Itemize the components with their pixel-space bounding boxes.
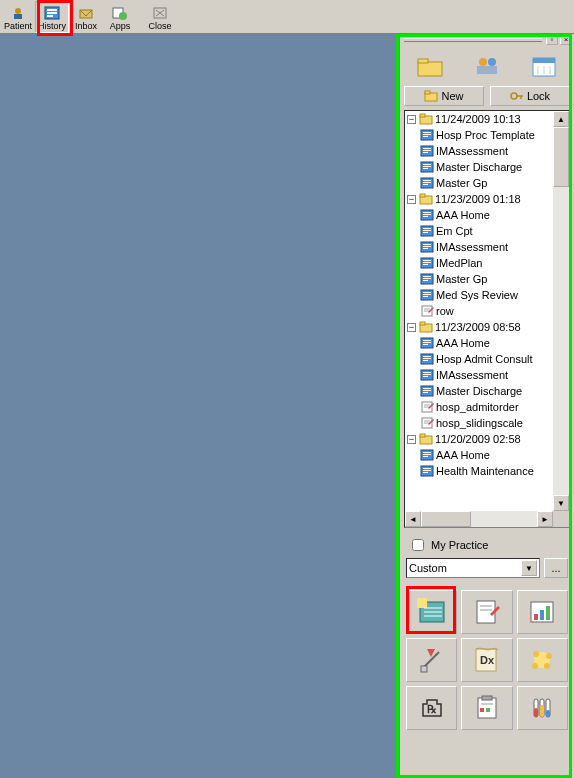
tree-item[interactable]: Med Sys Review xyxy=(407,287,553,303)
action-rx[interactable]: Dx xyxy=(461,638,512,682)
tab-calendar[interactable] xyxy=(530,52,558,80)
patient-button[interactable]: Patient xyxy=(1,1,35,33)
svg-rect-57 xyxy=(423,246,431,247)
tree-item[interactable]: AAA Home xyxy=(407,335,553,351)
scroll-left-button[interactable]: ◄ xyxy=(405,511,421,527)
svg-rect-38 xyxy=(423,164,431,165)
tree-item[interactable]: IMAssessment xyxy=(407,239,553,255)
new-label: New xyxy=(441,90,463,102)
tree-item[interactable]: row xyxy=(407,303,553,319)
filter-options-button[interactable]: ... xyxy=(544,558,568,578)
tree-item-label: Master Discharge xyxy=(436,385,522,397)
tree-item[interactable]: Master Discharge xyxy=(407,159,553,175)
filter-combo[interactable]: Custom ▼ xyxy=(406,558,540,578)
tree-expander[interactable]: − xyxy=(407,115,416,124)
tree-item-label: hosp_admitorder xyxy=(436,401,519,413)
tree-item[interactable]: Em Cpt xyxy=(407,223,553,239)
tree-expander[interactable]: − xyxy=(407,435,416,444)
titlebar-grip[interactable] xyxy=(404,38,542,42)
lock-button[interactable]: Lock xyxy=(490,86,570,106)
tab-people[interactable] xyxy=(473,52,501,80)
svg-rect-79 xyxy=(423,344,428,345)
new-button[interactable]: New xyxy=(404,86,484,106)
tree-expander[interactable]: − xyxy=(407,323,416,332)
document-icon xyxy=(420,257,434,269)
tree-item[interactable]: IMAssessment xyxy=(407,367,553,383)
tree-item[interactable]: IMedPlan xyxy=(407,255,553,271)
svg-rect-32 xyxy=(423,136,428,137)
panel-restore-button[interactable]: ▫ xyxy=(546,35,558,45)
tree-item-label: Hosp Admit Consult xyxy=(436,353,533,365)
tree-expander[interactable]: − xyxy=(407,195,416,204)
tree-folder[interactable]: −11/20/2009 02:58 xyxy=(407,431,553,447)
close-button[interactable]: Close xyxy=(143,1,177,33)
svg-point-127 xyxy=(546,653,552,659)
svg-rect-30 xyxy=(423,132,431,133)
document-icon xyxy=(420,129,434,141)
note-icon xyxy=(420,417,434,429)
svg-point-8 xyxy=(119,12,127,20)
folder-icon xyxy=(419,433,433,445)
tree-item[interactable]: Master Gp xyxy=(407,175,553,191)
tree-item[interactable]: Hosp Proc Template xyxy=(407,127,553,143)
my-practice-checkbox[interactable] xyxy=(412,539,424,551)
inbox-button[interactable]: Inbox xyxy=(69,1,103,33)
scroll-up-button[interactable]: ▲ xyxy=(553,111,569,127)
action-grid: Dx ℞ xyxy=(400,586,574,736)
apps-button[interactable]: Apps xyxy=(103,1,137,33)
action-notes[interactable] xyxy=(406,590,457,634)
tree-item-label: row xyxy=(436,305,454,317)
action-chart[interactable] xyxy=(517,590,568,634)
history-tree: −11/24/2009 10:13Hosp Proc TemplateIMAss… xyxy=(404,110,570,528)
tree-item[interactable]: hosp_admitorder xyxy=(407,399,553,415)
action-clipboard[interactable] xyxy=(461,686,512,730)
filter-row: Custom ▼ ... xyxy=(400,556,574,582)
hscroll-thumb[interactable] xyxy=(421,511,471,527)
chevron-down-icon[interactable]: ▼ xyxy=(521,560,537,576)
action-document[interactable] xyxy=(461,590,512,634)
svg-point-14 xyxy=(479,58,487,66)
tree-item[interactable]: Master Gp xyxy=(407,271,553,287)
panel-close-button[interactable]: × xyxy=(560,35,572,45)
document-icon xyxy=(420,449,434,461)
tree-item[interactable]: Hosp Admit Consult xyxy=(407,351,553,367)
svg-text:℞: ℞ xyxy=(427,703,437,715)
history-button[interactable]: History xyxy=(35,1,69,33)
action-allergy[interactable] xyxy=(517,638,568,682)
panel-titlebar: ▫ × xyxy=(400,34,574,46)
svg-rect-117 xyxy=(534,614,538,620)
svg-rect-35 xyxy=(423,150,431,151)
svg-rect-141 xyxy=(546,710,550,717)
scroll-down-button[interactable]: ▼ xyxy=(553,495,569,511)
action-injection[interactable] xyxy=(406,638,457,682)
svg-rect-89 xyxy=(423,388,431,389)
tree-item[interactable]: AAA Home xyxy=(407,447,553,463)
document-icon xyxy=(420,369,434,381)
tree-folder[interactable]: −11/23/2009 08:58 xyxy=(407,319,553,335)
tree-root[interactable]: −11/24/2009 10:13Hosp Proc TemplateIMAss… xyxy=(405,111,553,479)
document-icon xyxy=(420,385,434,397)
svg-rect-118 xyxy=(540,610,544,620)
svg-rect-99 xyxy=(420,434,425,437)
tree-item[interactable]: IMAssessment xyxy=(407,143,553,159)
tab-folder[interactable] xyxy=(416,52,444,80)
tree-folder[interactable]: −11/24/2009 10:13 xyxy=(407,111,553,127)
tree-item[interactable]: hosp_slidingscale xyxy=(407,415,553,431)
apps-icon xyxy=(111,5,129,21)
svg-rect-137 xyxy=(534,708,538,717)
tree-folder[interactable]: −11/23/2009 01:18 xyxy=(407,191,553,207)
tree-item-label: IMAssessment xyxy=(436,369,508,381)
hscroll-track[interactable] xyxy=(421,511,537,527)
vscroll-thumb[interactable] xyxy=(553,127,569,187)
action-pharmacy[interactable]: ℞ xyxy=(406,686,457,730)
scroll-right-button[interactable]: ► xyxy=(537,511,553,527)
tree-hscrollbar[interactable]: ◄ ► xyxy=(405,511,553,527)
tree-item[interactable]: Master Discharge xyxy=(407,383,553,399)
action-lab[interactable] xyxy=(517,686,568,730)
tree-item[interactable]: AAA Home xyxy=(407,207,553,223)
tree-item[interactable]: Health Maintenance xyxy=(407,463,553,479)
tree-vscrollbar[interactable]: ▲ ▼ xyxy=(553,111,569,511)
tree-item-label: Master Gp xyxy=(436,273,487,285)
folder-icon xyxy=(419,113,433,125)
vscroll-track[interactable] xyxy=(553,127,569,495)
